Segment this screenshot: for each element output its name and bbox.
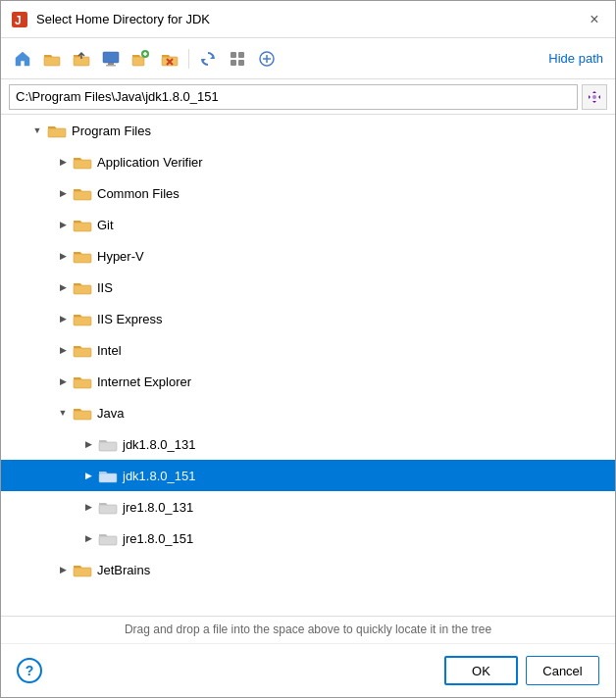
tree-item-common-files[interactable]: Common Files xyxy=(1,177,615,209)
tree-container[interactable]: Program Files Application Verifier xyxy=(1,115,615,617)
folder-icon-intel xyxy=(72,342,93,358)
svg-rect-11 xyxy=(231,52,236,58)
chevron-iis-express xyxy=(54,314,72,324)
chevron-intel xyxy=(54,345,72,355)
path-refresh-button[interactable] xyxy=(582,84,607,110)
folder-up-icon[interactable] xyxy=(68,45,95,73)
svg-rect-30 xyxy=(99,536,117,545)
folder-icon-internet-explorer xyxy=(72,374,93,389)
svg-rect-7 xyxy=(106,65,116,67)
label-jetbrains: JetBrains xyxy=(97,563,150,577)
svg-rect-8 xyxy=(132,57,144,66)
refresh-icon[interactable] xyxy=(194,45,222,73)
app-icon: J xyxy=(11,11,28,28)
home-icon[interactable] xyxy=(9,45,36,73)
hide-path-button[interactable]: Hide path xyxy=(544,49,607,68)
dialog-title: Select Home Directory for JDK xyxy=(36,12,576,26)
chevron-jre131 xyxy=(79,502,97,512)
expand-icon[interactable] xyxy=(253,45,281,73)
svg-rect-28 xyxy=(99,474,117,482)
ok-button[interactable]: OK xyxy=(444,656,518,685)
svg-rect-17 xyxy=(48,128,66,137)
chevron-common-files xyxy=(54,188,72,198)
chevron-java xyxy=(54,408,72,418)
tree-item-jdk151[interactable]: jdk1.8.0_151 xyxy=(1,460,615,491)
close-button[interactable]: × xyxy=(584,9,605,30)
chevron-jdk131 xyxy=(79,439,97,449)
chevron-jre151 xyxy=(79,533,97,543)
desktop-icon[interactable] xyxy=(97,45,125,73)
label-iis: IIS xyxy=(97,280,113,295)
path-input[interactable] xyxy=(9,84,578,110)
drag-hint: Drag and drop a file into the space abov… xyxy=(1,617,615,644)
svg-rect-5 xyxy=(103,52,119,63)
folder-icon-iis-express xyxy=(72,311,93,326)
footer: ? OK Cancel xyxy=(1,644,615,697)
title-bar: J Select Home Directory for JDK × xyxy=(1,1,615,38)
chevron-application-verifier xyxy=(54,157,72,167)
tree-item-hyper-v[interactable]: Hyper-V xyxy=(1,240,615,272)
label-application-verifier: Application Verifier xyxy=(97,155,203,170)
svg-rect-13 xyxy=(231,60,236,66)
new-dir-plus-icon[interactable] xyxy=(127,45,154,73)
folder-icon-application-verifier xyxy=(72,154,93,170)
label-internet-explorer: Internet Explorer xyxy=(97,374,191,389)
svg-rect-25 xyxy=(74,379,91,388)
svg-rect-29 xyxy=(99,505,117,514)
folder-icon-jdk131 xyxy=(97,436,119,452)
tree-item-intel[interactable]: Intel xyxy=(1,334,615,366)
tree-item-jre151[interactable]: jre1.8.0_151 xyxy=(1,523,615,554)
folder-icon-java xyxy=(72,405,93,421)
chevron-internet-explorer xyxy=(54,376,72,386)
svg-rect-19 xyxy=(74,191,91,200)
label-git: Git xyxy=(97,218,114,232)
dialog: J Select Home Directory for JDK × xyxy=(0,0,616,698)
folder-icon-jetbrains xyxy=(72,562,93,577)
tree-item-application-verifier[interactable]: Application Verifier xyxy=(1,146,615,177)
cancel-button[interactable]: Cancel xyxy=(526,656,599,685)
tree-item-jre131[interactable]: jre1.8.0_131 xyxy=(1,491,615,523)
svg-text:J: J xyxy=(15,14,22,27)
tree-item-git[interactable]: Git xyxy=(1,209,615,240)
folder-icon-jre131 xyxy=(97,499,119,515)
label-jdk131: jdk1.8.0_131 xyxy=(123,437,195,452)
tree-item-jetbrains[interactable]: JetBrains xyxy=(1,554,615,585)
toolbar-separator-1 xyxy=(188,49,189,69)
svg-rect-12 xyxy=(238,52,244,58)
help-button[interactable]: ? xyxy=(17,658,42,683)
folder-icon-jre151 xyxy=(97,530,119,546)
chevron-iis xyxy=(54,282,72,292)
path-bar xyxy=(1,79,615,115)
svg-rect-24 xyxy=(74,348,91,357)
svg-rect-18 xyxy=(74,160,91,169)
chevron-hyper-v xyxy=(54,251,72,261)
svg-rect-20 xyxy=(74,223,91,231)
label-hyper-v: Hyper-V xyxy=(97,249,144,264)
svg-point-16 xyxy=(592,95,596,99)
chevron-jdk151 xyxy=(79,471,97,480)
tree-item-jdk131[interactable]: jdk1.8.0_131 xyxy=(1,428,615,460)
tree-item-iis-express[interactable]: IIS Express xyxy=(1,303,615,334)
label-java: Java xyxy=(97,406,124,421)
toolbar: Hide path xyxy=(1,38,615,79)
svg-rect-14 xyxy=(238,60,244,66)
label-common-files: Common Files xyxy=(97,186,180,201)
tree-item-internet-explorer[interactable]: Internet Explorer xyxy=(1,366,615,397)
label-jdk151: jdk1.8.0_151 xyxy=(123,469,195,483)
label-jre151: jre1.8.0_151 xyxy=(123,531,193,546)
delete-icon[interactable] xyxy=(156,45,183,73)
tree-item-program-files[interactable]: Program Files xyxy=(1,115,615,146)
folder-icon-common-files xyxy=(72,185,93,201)
folder-icon-git xyxy=(72,217,93,232)
chevron-git xyxy=(54,220,72,229)
svg-rect-23 xyxy=(74,317,91,325)
tree-item-iis[interactable]: IIS xyxy=(1,272,615,303)
folder-icon-iis xyxy=(72,279,93,295)
new-folder-icon[interactable] xyxy=(38,45,66,73)
label-intel: Intel xyxy=(97,343,122,358)
svg-rect-27 xyxy=(99,442,117,451)
svg-rect-31 xyxy=(74,568,91,576)
folder-icon-hyper-v xyxy=(72,248,93,264)
tree-item-java[interactable]: Java xyxy=(1,397,615,428)
grid-icon[interactable] xyxy=(224,45,251,73)
